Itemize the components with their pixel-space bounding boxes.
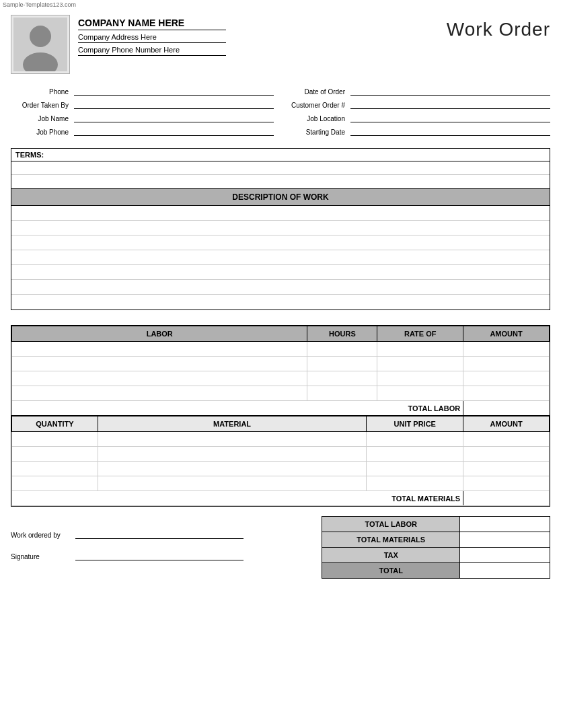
job-name-label: Job Name <box>11 115 71 122</box>
labor-section: LABOR HOURS RATE OF AMOUNT <box>11 325 550 507</box>
total-materials-value[interactable] <box>463 491 550 506</box>
labor-amount-4[interactable] <box>463 386 550 401</box>
mat-desc-4[interactable] <box>98 476 367 491</box>
labor-rate-3[interactable] <box>377 371 463 386</box>
labor-hours-1[interactable] <box>307 342 377 357</box>
labor-hours-3[interactable] <box>307 371 377 386</box>
mat-qty-3[interactable] <box>12 462 98 476</box>
desc-row-2[interactable] <box>11 221 550 235</box>
labor-hours-4[interactable] <box>307 386 377 401</box>
header-left: COMPANY NAME HERE Company Address Here C… <box>11 15 226 74</box>
field-job-phone: Job Phone <box>11 126 274 136</box>
desc-row-7[interactable] <box>11 295 550 310</box>
summary-total-value[interactable] <box>460 563 550 579</box>
phone-input[interactable] <box>74 86 274 96</box>
order-taken-input[interactable] <box>74 100 274 109</box>
labor-amount-2[interactable] <box>463 357 550 371</box>
summary-tax-label: TAX <box>322 548 460 563</box>
labor-desc-3[interactable] <box>12 371 307 386</box>
desc-row-5[interactable] <box>11 265 550 280</box>
job-location-input[interactable] <box>350 113 550 122</box>
signature-row: Signature <box>11 551 244 560</box>
desc-row-3[interactable] <box>11 235 550 250</box>
terms-row-2[interactable] <box>11 175 550 188</box>
field-customer-order: Customer Order # <box>287 100 550 109</box>
starting-date-input[interactable] <box>350 126 550 136</box>
mat-price-1[interactable] <box>367 432 463 447</box>
mat-price-4[interactable] <box>367 476 463 491</box>
mat-col-quantity: QUANTITY <box>12 416 98 432</box>
labor-col-amount: AMOUNT <box>463 326 550 342</box>
mat-amount-2[interactable] <box>463 447 550 462</box>
mat-amount-1[interactable] <box>463 432 550 447</box>
labor-rate-1[interactable] <box>377 342 463 357</box>
mat-price-3[interactable] <box>367 462 463 476</box>
desc-row-4[interactable] <box>11 250 550 265</box>
job-location-label: Job Location <box>287 115 348 122</box>
labor-desc-1[interactable] <box>12 342 307 357</box>
customer-order-input[interactable] <box>350 100 550 109</box>
materials-header-row: QUANTITY MATERIAL UNIT PRICE AMOUNT <box>12 416 550 432</box>
labor-rate-2[interactable] <box>377 357 463 371</box>
labor-amount-1[interactable] <box>463 342 550 357</box>
job-name-input[interactable] <box>74 113 274 122</box>
job-phone-input[interactable] <box>74 126 274 136</box>
field-date-order: Date of Order <box>287 86 550 96</box>
mat-qty-4[interactable] <box>12 476 98 491</box>
field-job-name: Job Name <box>11 113 274 122</box>
mat-amount-3[interactable] <box>463 462 550 476</box>
summary-total-row: TOTAL <box>322 563 550 579</box>
total-labor-value[interactable] <box>463 401 550 416</box>
header: COMPANY NAME HERE Company Address Here C… <box>11 15 550 74</box>
materials-table: QUANTITY MATERIAL UNIT PRICE AMOUNT <box>11 416 550 506</box>
summary-tax-value[interactable] <box>460 548 550 563</box>
labor-row-2[interactable] <box>12 357 550 371</box>
mat-qty-1[interactable] <box>12 432 98 447</box>
terms-row-1[interactable] <box>11 161 550 175</box>
avatar <box>11 15 70 74</box>
labor-desc-4[interactable] <box>12 386 307 401</box>
signature-area: Work ordered by Signature <box>11 516 244 560</box>
labor-hours-2[interactable] <box>307 357 377 371</box>
mat-desc-1[interactable] <box>98 432 367 447</box>
signature-input[interactable] <box>75 551 244 560</box>
company-name: COMPANY NAME HERE <box>78 17 226 30</box>
labor-header-row: LABOR HOURS RATE OF AMOUNT <box>12 326 550 342</box>
labor-row-3[interactable] <box>12 371 550 386</box>
mat-row-4[interactable] <box>12 476 550 491</box>
customer-order-label: Customer Order # <box>287 102 348 109</box>
company-info: COMPANY NAME HERE Company Address Here C… <box>78 15 226 56</box>
summary-total-labor-value[interactable] <box>460 517 550 532</box>
description-header: DESCRIPTION OF WORK <box>11 189 550 206</box>
right-fields: Date of Order Customer Order # Job Locat… <box>287 86 550 136</box>
mat-col-amount: AMOUNT <box>463 416 550 432</box>
terms-rows <box>11 161 550 188</box>
field-phone: Phone <box>11 86 274 96</box>
mat-qty-2[interactable] <box>12 447 98 462</box>
avatar-image <box>13 17 67 71</box>
work-ordered-input[interactable] <box>75 530 244 539</box>
description-rows <box>11 206 550 310</box>
mat-desc-3[interactable] <box>98 462 367 476</box>
date-order-label: Date of Order <box>287 88 348 96</box>
labor-desc-2[interactable] <box>12 357 307 371</box>
desc-row-6[interactable] <box>11 280 550 295</box>
summary-total-materials-row: TOTAL MATERIALS <box>322 532 550 548</box>
summary-total-materials-value[interactable] <box>460 532 550 548</box>
mat-col-unit-price: UNIT PRICE <box>367 416 463 432</box>
desc-row-1[interactable] <box>11 206 550 221</box>
labor-row-1[interactable] <box>12 342 550 357</box>
company-phone: Company Phone Number Here <box>78 46 226 56</box>
labor-rate-4[interactable] <box>377 386 463 401</box>
mat-desc-2[interactable] <box>98 447 367 462</box>
mat-row-2[interactable] <box>12 447 550 462</box>
mat-row-3[interactable] <box>12 462 550 476</box>
mat-price-2[interactable] <box>367 447 463 462</box>
labor-amount-3[interactable] <box>463 371 550 386</box>
total-labor-row: TOTAL LABOR <box>12 401 550 416</box>
labor-col-rate: RATE OF <box>377 326 463 342</box>
mat-amount-4[interactable] <box>463 476 550 491</box>
date-order-input[interactable] <box>350 86 550 96</box>
mat-row-1[interactable] <box>12 432 550 447</box>
labor-row-4[interactable] <box>12 386 550 401</box>
